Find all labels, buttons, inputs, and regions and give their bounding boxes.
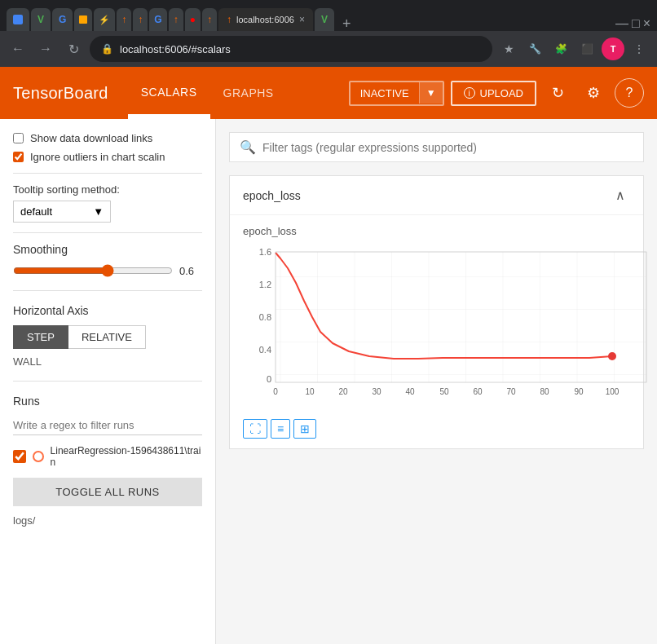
run-item: LinearRegression-1596438611\train — [13, 445, 202, 468]
tab-close-icon[interactable]: × — [299, 14, 305, 25]
logs-path: logs/ — [13, 514, 202, 527]
filter-search-icon: 🔍 — [240, 139, 256, 155]
smoothing-value: 0.6 — [179, 265, 202, 277]
browser-chrome: V G ⚡ ↑ ↑ G ↑ ● — [0, 0, 657, 67]
chart-controls: ⛶ ≡ ⊞ — [230, 416, 643, 448]
svg-text:0.8: 0.8 — [259, 312, 271, 322]
forward-button[interactable]: → — [34, 37, 57, 60]
ignore-outliers-row: Ignore outliers in chart scalin — [13, 151, 202, 163]
svg-text:80: 80 — [540, 387, 549, 396]
active-tab[interactable]: ↑ localhost:6006 × — [218, 8, 313, 31]
close-window-button[interactable]: × — [643, 16, 650, 31]
new-tab-button[interactable]: + — [336, 16, 358, 31]
back-button[interactable]: ← — [7, 37, 29, 60]
profile-button[interactable]: T — [602, 37, 624, 60]
maximize-button[interactable]: □ — [632, 16, 640, 31]
show-data-download-checkbox[interactable] — [13, 133, 24, 143]
svg-text:50: 50 — [439, 387, 449, 396]
svg-text:0: 0 — [267, 374, 271, 384]
tooltip-dropdown[interactable]: default ▼ — [13, 201, 111, 223]
divider4 — [13, 381, 202, 382]
tooltip-value: default — [20, 205, 52, 218]
lock-icon: 🔒 — [101, 43, 113, 55]
filter-bar: 🔍 — [229, 132, 644, 162]
chart-body: epoch_loss 1.6 1.2 — [230, 215, 643, 416]
ignore-outliers-checkbox[interactable] — [13, 152, 24, 162]
run-color-circle — [33, 451, 44, 462]
svg-text:0.4: 0.4 — [259, 345, 271, 355]
runs-label: Runs — [13, 395, 202, 408]
chart-card-header: epoch_loss ∧ — [230, 176, 643, 215]
chart-card-title: epoch_loss — [243, 189, 301, 202]
chart-subtitle: epoch_loss — [243, 225, 630, 237]
help-header-button[interactable]: ? — [615, 78, 644, 108]
runs-filter-input[interactable] — [13, 416, 202, 435]
bookmark-button[interactable]: ★ — [497, 37, 520, 60]
show-data-download-row: Show data download links — [13, 132, 202, 144]
extension3-button[interactable]: ⬛ — [575, 37, 598, 60]
inactive-dropdown-button[interactable]: ▼ — [419, 82, 443, 104]
nav-scalars[interactable]: SCALARS — [128, 67, 210, 119]
header-right: INACTIVE ▼ i UPLOAD ↻ ⚙ ? — [349, 78, 644, 108]
svg-text:30: 30 — [372, 387, 381, 396]
menu-button[interactable]: ⋮ — [628, 37, 650, 60]
axis-wall-label: WALL — [13, 355, 202, 368]
app-body: Show data download links Ignore outliers… — [0, 119, 657, 644]
divider1 — [13, 173, 202, 174]
upload-label: UPLOAD — [480, 87, 523, 99]
run-checkbox[interactable] — [13, 450, 26, 463]
svg-text:90: 90 — [574, 387, 584, 396]
svg-text:70: 70 — [506, 387, 516, 396]
divider2 — [13, 232, 202, 233]
horizontal-axis-section: Horizontal Axis STEP RELATIVE WALL — [13, 304, 202, 368]
chart-area: 1.6 1.2 0.8 0.4 0 0 10 20 30 40 50 60 — [243, 244, 630, 409]
upload-button[interactable]: i UPLOAD — [451, 81, 536, 106]
browser-toolbar: ← → ↻ 🔒 localhost:6006/#scalars ★ 🔧 🧩 ⬛ … — [0, 31, 657, 67]
tooltip-section: Tooltip sorting method: default ▼ — [13, 183, 202, 223]
ignore-outliers-label: Ignore outliers in chart scalin — [30, 151, 165, 163]
smoothing-label: Smoothing — [13, 243, 202, 256]
chart-expand-button[interactable]: ⛶ — [243, 419, 267, 439]
app-nav: SCALARS GRAPHS — [128, 67, 287, 119]
filter-input[interactable] — [262, 141, 633, 154]
horizontal-axis-label: Horizontal Axis — [13, 304, 202, 317]
tab-bar: V G ⚡ ↑ ↑ G ↑ ● — [0, 0, 657, 31]
axis-relative-button[interactable]: RELATIVE — [68, 325, 146, 349]
active-tab-label: localhost:6006 — [236, 15, 294, 24]
address-text: localhost:6006/#scalars — [120, 43, 231, 55]
tooltip-dropdown-icon: ▼ — [93, 205, 104, 218]
svg-text:10: 10 — [305, 387, 315, 396]
chart-fit-button[interactable]: ⊞ — [293, 419, 316, 439]
app-logo: TensorBoard — [13, 84, 108, 103]
app-header: TensorBoard SCALARS GRAPHS INACTIVE ▼ i … — [0, 67, 657, 119]
refresh-header-button[interactable]: ↻ — [543, 78, 572, 108]
svg-rect-0 — [276, 252, 646, 382]
svg-text:20: 20 — [338, 387, 348, 396]
svg-text:1.6: 1.6 — [259, 247, 271, 257]
chart-collapse-button[interactable]: ∧ — [611, 186, 630, 205]
loss-endpoint — [608, 352, 616, 360]
svg-text:100: 100 — [606, 387, 620, 396]
run-label: LinearRegression-1596438611\train — [51, 445, 202, 468]
reload-button[interactable]: ↻ — [62, 37, 85, 60]
tooltip-sorting-label: Tooltip sorting method: — [13, 183, 202, 196]
smoothing-slider[interactable] — [13, 264, 173, 277]
settings-header-button[interactable]: ⚙ — [579, 78, 608, 108]
nav-graphs[interactable]: GRAPHS — [210, 67, 287, 119]
runs-section: Runs LinearRegression-1596438611\train T… — [13, 395, 202, 527]
extension1-button[interactable]: 🔧 — [523, 37, 546, 60]
extension2-button[interactable]: 🧩 — [549, 37, 572, 60]
main-content: 🔍 epoch_loss ∧ epoch_loss — [216, 119, 657, 644]
browser-toolbar-icons: ★ 🔧 🧩 ⬛ T ⋮ — [497, 37, 650, 60]
inactive-button[interactable]: INACTIVE — [351, 82, 419, 104]
chart-lines-button[interactable]: ≡ — [271, 419, 290, 439]
chart-card: epoch_loss ∧ epoch_loss — [229, 175, 644, 449]
divider3 — [13, 290, 202, 291]
toggle-all-runs-button[interactable]: TOGGLE ALL RUNS — [13, 478, 202, 506]
address-bar[interactable]: 🔒 localhost:6006/#scalars — [90, 36, 492, 62]
axis-step-button[interactable]: STEP — [13, 325, 68, 349]
upload-info-icon: i — [464, 87, 475, 99]
sidebar: Show data download links Ignore outliers… — [0, 119, 216, 644]
svg-text:0: 0 — [273, 387, 278, 396]
minimize-button[interactable]: — — [615, 16, 628, 31]
